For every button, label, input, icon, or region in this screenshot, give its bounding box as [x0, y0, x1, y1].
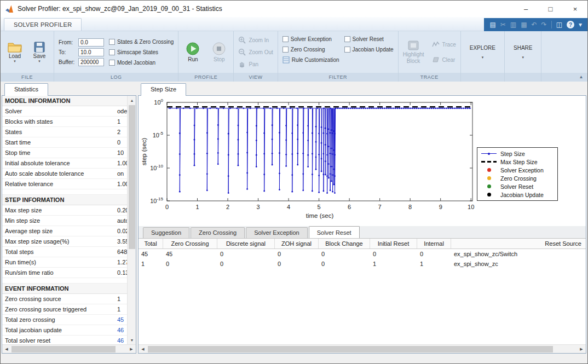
tab-solver-reset[interactable]: Solver Reset	[309, 226, 360, 238]
stats-row[interactable]: Stop time10	[2, 148, 127, 158]
stats-row[interactable]: Total jacobian update46	[2, 325, 127, 336]
highlight-label-line1: Highlight	[403, 51, 424, 57]
zoom-in-icon	[238, 36, 246, 44]
stop-label: Stop	[214, 56, 225, 62]
run-button[interactable]: Run	[183, 42, 203, 62]
table-row[interactable]: 1000011ex_spi_show_zc	[139, 259, 586, 269]
scroll-thumb[interactable]	[11, 346, 116, 353]
stats-row[interactable]: Zero crossing source triggered1	[2, 304, 127, 315]
stats-row[interactable]: Max step size usage(%)3.55	[2, 236, 127, 247]
stats-section-title: STEP INFORMATION	[2, 195, 127, 205]
stop-button[interactable]: Stop	[209, 42, 229, 62]
stats-row[interactable]: Blocks with states1	[2, 117, 127, 127]
stats-row[interactable]: Total zero crossing45	[2, 315, 127, 325]
table-row[interactable]: 454500000ex_spi_show_zc/Switch	[139, 249, 586, 259]
stats-row[interactable]: Start time0	[2, 137, 127, 148]
save-button[interactable]: Save ▼	[30, 42, 49, 63]
model-jacobian-checkbox[interactable]: Model Jacobian	[109, 59, 174, 66]
minimize-button[interactable]: –	[514, 1, 538, 17]
share-button[interactable]: SHARE ▼	[509, 45, 537, 59]
pan-button[interactable]: Pan	[238, 60, 273, 68]
stat-value[interactable]: 45	[117, 316, 127, 323]
scroll-thumb[interactable]	[129, 105, 135, 249]
column-header[interactable]: Block Change	[319, 239, 370, 249]
stat-label: Stop time	[5, 149, 117, 156]
tab-zero-crossing[interactable]: Zero Crossing	[191, 227, 245, 238]
stats-row[interactable]: Run/sim time ratio0.13	[2, 268, 127, 278]
load-button[interactable]: Load ▼	[5, 42, 25, 63]
column-header[interactable]: Initial Reset	[370, 239, 417, 249]
stat-value[interactable]: 46	[117, 327, 127, 333]
undo-icon[interactable]: ↶	[532, 21, 537, 28]
scroll-right-arrow[interactable]: ▶	[577, 345, 586, 354]
event-tabs: SuggestionZero CrossingSolver ExceptionS…	[139, 226, 586, 238]
help-icon[interactable]: ?	[567, 21, 574, 28]
stats-row[interactable]: States2	[2, 127, 127, 137]
stats-row[interactable]: Initial absolute tolerance1.00	[2, 158, 127, 169]
column-header[interactable]: ZOH signal	[275, 239, 319, 249]
save-quick-icon[interactable]: ▤	[489, 21, 495, 28]
legend-item: Zero Crossing	[477, 174, 557, 182]
jacobian-update-checkbox[interactable]: Jacobian Update	[344, 46, 394, 53]
stats-row[interactable]: Solverode	[2, 106, 127, 117]
table-cell: 45	[139, 249, 163, 259]
column-header[interactable]: Internal	[417, 239, 451, 249]
explore-button[interactable]: EXPLORE ▼	[465, 45, 500, 59]
to-input[interactable]	[78, 48, 104, 56]
stats-row[interactable]: Run time(s)1.27	[2, 257, 127, 268]
cut-icon[interactable]: ✂	[500, 21, 506, 28]
stats-row[interactable]: Average step size0.02	[2, 226, 127, 236]
rule-customization-icon	[283, 56, 290, 63]
scroll-left-arrow[interactable]: ◀	[2, 345, 11, 354]
trace-button[interactable]: Trace	[432, 41, 456, 48]
table-cell: 1	[139, 259, 163, 269]
column-header[interactable]: Total	[139, 239, 163, 249]
zoom-in-button[interactable]: Zoom In	[238, 36, 273, 44]
collapse-ribbon-icon[interactable]: ▲	[579, 73, 584, 82]
column-header[interactable]: Reset Source	[451, 239, 586, 249]
stats-row[interactable]: Total steps648	[2, 247, 127, 257]
rule-customization-button[interactable]: Rule Customization	[283, 56, 339, 63]
layout-icon[interactable]: ◫	[556, 21, 562, 28]
stat-value[interactable]: 46	[117, 337, 127, 344]
tab-statistics[interactable]: Statistics	[4, 83, 48, 96]
scroll-right-arrow[interactable]: ▶	[127, 345, 136, 354]
column-header[interactable]: Zero Crossing	[163, 239, 217, 249]
statistics-vertical-scrollbar[interactable]: ▲ ▼	[127, 96, 136, 344]
stats-row[interactable]: Max step size0.20	[2, 205, 127, 216]
stats-row[interactable]: Auto scale absolute toleranceon	[2, 169, 127, 179]
close-button[interactable]: ×	[563, 1, 587, 17]
tab-suggestion[interactable]: Suggestion	[143, 227, 189, 238]
tab-solver-profiler[interactable]: SOLVER PROFILER	[4, 18, 82, 31]
dock-icon[interactable]: ▾	[579, 21, 582, 28]
column-header[interactable]: Discrete signal	[217, 239, 275, 249]
zero-crossing-checkbox[interactable]: Zero Crossing	[283, 46, 339, 53]
chart-horizontal-scrollbar[interactable]: ◀ ▶	[139, 344, 586, 353]
stats-row[interactable]: Relative tolerance1.00	[2, 179, 127, 189]
tab-solver-exception[interactable]: Solver Exception	[246, 227, 308, 238]
maximize-button[interactable]: □	[538, 1, 563, 17]
buffer-input[interactable]	[78, 58, 104, 66]
simscape-states-checkbox[interactable]: Simscape States	[109, 49, 174, 56]
scroll-up-arrow[interactable]: ▲	[128, 96, 136, 105]
qat-separator	[551, 21, 552, 28]
stats-row[interactable]: Zero crossing source1	[2, 294, 127, 304]
paste-icon[interactable]: ▦	[521, 21, 527, 28]
solver-reset-checkbox[interactable]: Solver Reset	[344, 36, 394, 43]
redo-icon[interactable]: ↷	[541, 21, 547, 28]
scroll-left-arrow[interactable]: ◀	[139, 345, 147, 354]
highlight-block-button[interactable]: Highlight Block	[403, 40, 424, 64]
copy-icon[interactable]: ▥	[510, 21, 516, 28]
states-zero-crossing-checkbox[interactable]: States & Zero Crossing	[109, 38, 174, 45]
zoom-out-button[interactable]: Zoom Out	[238, 48, 273, 56]
tab-step-size[interactable]: Step Size	[141, 83, 186, 96]
from-input[interactable]	[78, 38, 104, 47]
stats-row[interactable]: Min step sizeauto	[2, 216, 127, 226]
clear-button[interactable]: Clear	[432, 56, 456, 63]
statistics-horizontal-scrollbar[interactable]: ◀ ▶	[2, 344, 136, 353]
stats-row[interactable]: Total solver reset46	[2, 336, 127, 344]
solver-exception-checkbox[interactable]: Solver Exception	[283, 36, 339, 43]
zoom-in-label: Zoom In	[249, 37, 269, 43]
scroll-thumb[interactable]	[148, 346, 553, 353]
scroll-down-arrow[interactable]: ▼	[128, 336, 136, 344]
